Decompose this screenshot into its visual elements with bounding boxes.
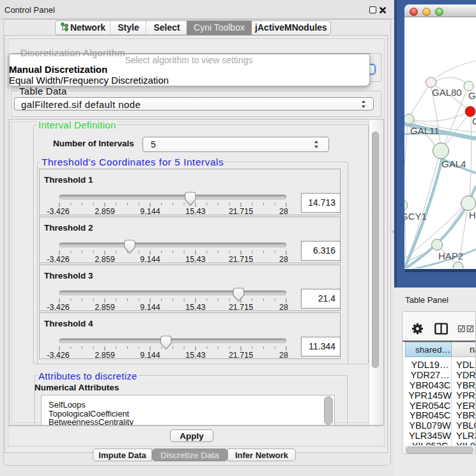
svg-text:15.43: 15.43 (185, 351, 205, 360)
svg-text:GAL80: GAL80 (432, 87, 462, 98)
svg-text:21.715: 21.715 (229, 207, 253, 216)
svg-text:2.859: 2.859 (95, 303, 114, 312)
svg-text:HAP2: HAP2 (438, 250, 463, 261)
svg-text:GA: GA (468, 90, 476, 101)
svg-text:-3.426: -3.426 (47, 351, 69, 360)
svg-text:GAL4: GAL4 (441, 158, 466, 169)
svg-text:C: C (472, 116, 476, 127)
svg-text:-3.426: -3.426 (47, 303, 69, 312)
svg-text:9.144: 9.144 (140, 303, 160, 312)
svg-text:2.859: 2.859 (95, 351, 114, 360)
svg-text:2.859: 2.859 (95, 207, 114, 216)
svg-text:28: 28 (279, 207, 288, 216)
svg-text:28: 28 (279, 255, 288, 264)
svg-text:GCY1: GCY1 (404, 211, 427, 222)
svg-text:9.144: 9.144 (140, 255, 160, 264)
svg-text:H: H (469, 210, 476, 220)
svg-text:15.43: 15.43 (185, 303, 205, 312)
svg-text:9.144: 9.144 (140, 351, 160, 360)
svg-text:15.43: 15.43 (185, 207, 205, 216)
svg-text:-3.426: -3.426 (47, 255, 69, 264)
svg-text:2.859: 2.859 (95, 255, 114, 264)
svg-text:21.715: 21.715 (229, 351, 253, 360)
svg-text:-3.426: -3.426 (47, 207, 69, 216)
svg-text:21.715: 21.715 (229, 303, 253, 312)
svg-text:28: 28 (279, 351, 288, 360)
svg-text:15.43: 15.43 (185, 255, 205, 264)
svg-text:28: 28 (279, 303, 288, 312)
svg-text:21.715: 21.715 (229, 255, 253, 264)
svg-text:GAL11: GAL11 (410, 125, 440, 136)
svg-text:9.144: 9.144 (140, 207, 160, 216)
